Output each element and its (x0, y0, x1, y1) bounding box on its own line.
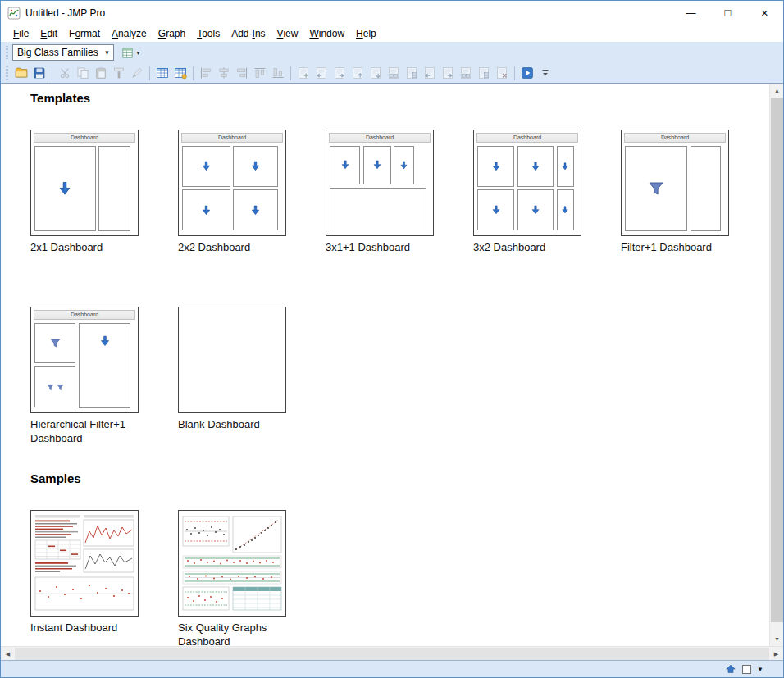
horizontal-scroll-thumb[interactable] (15, 648, 769, 660)
add-report-below-icon[interactable] (367, 65, 385, 81)
template-card-instant-dashboard[interactable]: Instant Dashboard (30, 510, 178, 646)
menu-item-format[interactable]: Format (63, 26, 106, 41)
template-label: Six Quality Graphs Dashboard (178, 621, 303, 646)
template-card-3x2-dashboard[interactable]: Dashboard3x2 Dashboard (473, 130, 621, 254)
menu-item-help[interactable]: Help (350, 26, 382, 41)
mini-panel (233, 146, 279, 188)
scroll-up-arrow[interactable]: ▲ (770, 84, 784, 98)
data-table-icon[interactable] (153, 65, 171, 81)
scroll-left-arrow[interactable]: ◀ (1, 647, 15, 661)
toolbar-overflow-icon[interactable] (536, 65, 554, 81)
funnel-pair (47, 384, 64, 391)
mini-body (476, 144, 578, 233)
align-bottom-icon[interactable] (269, 65, 287, 81)
align-right-icon[interactable] (233, 65, 251, 81)
horizontal-scrollbar[interactable]: ◀ ▶ (1, 646, 783, 660)
mini-panel (625, 146, 687, 231)
template-card-2x1-dashboard[interactable]: Dashboard2x1 Dashboard (30, 130, 178, 254)
menu-item-file[interactable]: File (7, 26, 34, 41)
add-report-left-icon[interactable] (312, 65, 330, 81)
template-thumbnail[interactable] (178, 510, 286, 617)
remove-report-icon[interactable] (493, 65, 511, 81)
menu-item-graph[interactable]: Graph (153, 26, 191, 41)
align-left-icon[interactable] (197, 65, 215, 81)
status-dropdown-icon[interactable]: ▼ (757, 666, 763, 673)
paste-icon[interactable] (92, 65, 110, 81)
window-indicator-box[interactable] (742, 665, 751, 674)
mini-panel (330, 146, 360, 185)
template-card-blank-dashboard[interactable]: Blank Dashboard (178, 307, 326, 445)
add-report-above-icon[interactable] (349, 65, 367, 81)
menu-item-edit[interactable]: Edit (34, 26, 63, 41)
vertical-scroll-thumb[interactable] (771, 98, 783, 622)
scroll-down-arrow[interactable]: ▼ (770, 632, 784, 646)
mini-panel (394, 146, 414, 185)
template-card-hierarchical-filter-1-dashboard[interactable]: DashboardHierarchical Filter+1 Dashboard (30, 307, 178, 445)
insert-row-icon[interactable] (403, 65, 421, 81)
journal-list-button[interactable]: ▼ (120, 44, 143, 61)
template-thumbnail[interactable] (30, 510, 139, 617)
move-report-right-icon[interactable] (439, 65, 457, 81)
template-thumbnail[interactable]: Dashboard (30, 130, 139, 236)
maximize-button[interactable]: □ (709, 1, 746, 25)
section-title-templates: Templates (30, 91, 769, 105)
annotate-icon[interactable] (128, 65, 146, 81)
vertical-scrollbar[interactable]: ▲ ▼ (769, 84, 783, 646)
menu-item-window[interactable]: Window (303, 26, 350, 41)
mini-panel (34, 146, 95, 231)
align-top-icon[interactable] (251, 65, 269, 81)
data-table-combo[interactable]: Big Class Families ▼ (12, 44, 114, 61)
merge-reports-icon[interactable] (457, 65, 475, 81)
menu-item-add-ins[interactable]: Add-Ins (226, 26, 271, 41)
template-thumbnail[interactable]: Dashboard (178, 130, 286, 236)
toolbar-grip[interactable] (5, 46, 9, 59)
data-table-toolbar: Big Class Families ▼ ▼ (1, 42, 783, 63)
menu-item-tools[interactable]: Tools (191, 26, 226, 41)
template-card-filter-1-dashboard[interactable]: DashboardFilter+1 Dashboard (621, 130, 768, 254)
mini-panel (79, 323, 130, 408)
data-table-window-icon[interactable] (171, 65, 189, 81)
drop-arrow-icon (531, 162, 540, 171)
template-thumbnail[interactable] (178, 307, 286, 413)
combo-caret-icon[interactable]: ▼ (101, 49, 113, 57)
split-report-icon[interactable] (475, 65, 493, 81)
toolbar-grip[interactable] (5, 66, 9, 80)
copy-icon[interactable] (74, 65, 92, 81)
new-report-icon[interactable] (294, 65, 312, 81)
template-thumbnail[interactable]: Dashboard (30, 307, 139, 413)
format-painter-icon[interactable] (110, 65, 128, 81)
insert-column-icon[interactable] (385, 65, 403, 81)
add-report-right-icon[interactable] (330, 65, 349, 81)
drop-arrow-icon (531, 205, 540, 215)
cut-icon[interactable] (56, 65, 74, 81)
template-label: Filter+1 Dashboard (621, 240, 745, 254)
template-label: 2x2 Dashboard (178, 240, 303, 254)
menu-item-view[interactable]: View (271, 26, 304, 41)
window-controls: — □ × (672, 1, 783, 25)
move-report-left-icon[interactable] (421, 65, 439, 81)
scroll-right-arrow[interactable]: ▶ (769, 647, 783, 661)
mini-dashboard-titlebar: Dashboard (34, 310, 135, 320)
minimize-button[interactable]: — (672, 1, 709, 25)
template-card-2x2-dashboard[interactable]: Dashboard2x2 Dashboard (178, 130, 326, 254)
menu-item-analyze[interactable]: Analyze (106, 26, 153, 41)
align-center-icon[interactable] (215, 65, 233, 81)
template-label: Instant Dashboard (30, 621, 155, 635)
template-card-six-quality-graphs-dashboard[interactable]: Six Quality Graphs Dashboard (178, 510, 326, 646)
template-thumbnail[interactable]: Dashboard (326, 130, 434, 236)
close-button[interactable]: × (746, 1, 783, 25)
open-icon[interactable] (12, 65, 30, 81)
save-icon[interactable] (30, 65, 48, 81)
template-label: 3x2 Dashboard (473, 240, 598, 254)
mini-body (624, 144, 726, 233)
run-dashboard-icon[interactable] (518, 65, 536, 81)
section-samples: Samples Instant Dashboard Six Quality Gr… (30, 445, 769, 646)
template-thumbnail[interactable]: Dashboard (621, 130, 729, 236)
template-card-3x1-1-dashboard[interactable]: Dashboard3x1+1 Dashboard (326, 130, 473, 254)
filter-funnel-icon (47, 384, 54, 391)
home-icon[interactable] (725, 663, 736, 675)
status-bar: ▼ (1, 660, 783, 677)
template-thumbnail[interactable]: Dashboard (473, 130, 581, 236)
mini-panel (98, 146, 130, 231)
horizontal-scroll-track[interactable] (15, 647, 769, 660)
